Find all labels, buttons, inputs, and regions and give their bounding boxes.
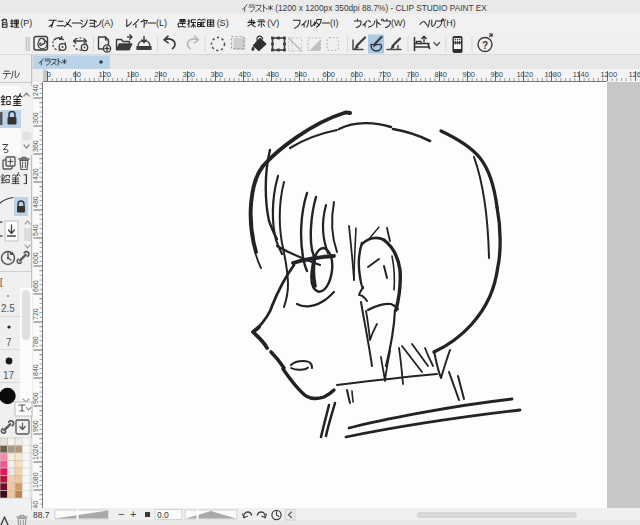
svg-text:360: 360 bbox=[32, 140, 39, 152]
svg-text:(1200 x 1200px 350dpi 88.7%): (1200 x 1200px 350dpi 88.7%) - CLIP STUD… bbox=[275, 3, 487, 13]
svg-text:1020: 1020 bbox=[32, 444, 39, 460]
svg-text:180: 180 bbox=[127, 70, 140, 79]
svg-text:660: 660 bbox=[351, 70, 364, 79]
svg-text:300: 300 bbox=[32, 112, 39, 124]
svg-text:(L): (L) bbox=[156, 18, 167, 28]
svg-text:1080: 1080 bbox=[544, 70, 561, 79]
svg-text:(H): (H) bbox=[443, 18, 456, 28]
svg-text:720: 720 bbox=[379, 70, 392, 79]
svg-text:300: 300 bbox=[183, 70, 196, 79]
svg-text:240: 240 bbox=[32, 84, 39, 96]
svg-text:(S): (S) bbox=[217, 18, 229, 28]
svg-text:720: 720 bbox=[32, 308, 39, 320]
svg-text:1200: 1200 bbox=[600, 70, 617, 79]
svg-text:0.0: 0.0 bbox=[157, 510, 169, 520]
svg-text:480: 480 bbox=[32, 196, 39, 208]
svg-text:960: 960 bbox=[491, 70, 504, 79]
svg-text:+: + bbox=[130, 508, 136, 520]
svg-text:2.5: 2.5 bbox=[1, 303, 15, 314]
svg-text:1260: 1260 bbox=[628, 70, 640, 79]
svg-text:900: 900 bbox=[32, 392, 39, 404]
svg-text:(W): (W) bbox=[391, 18, 406, 28]
svg-text:120: 120 bbox=[99, 70, 112, 79]
svg-text:(V): (V) bbox=[267, 18, 279, 28]
svg-text:660: 660 bbox=[32, 280, 39, 292]
svg-text:(P): (P) bbox=[20, 18, 32, 28]
svg-text:1080: 1080 bbox=[32, 472, 39, 488]
svg-text:360: 360 bbox=[211, 70, 224, 79]
svg-text:(I): (I) bbox=[330, 18, 339, 28]
svg-text:840: 840 bbox=[435, 70, 448, 79]
svg-text:0: 0 bbox=[47, 70, 51, 79]
svg-text:?: ? bbox=[482, 40, 488, 51]
svg-text:480: 480 bbox=[267, 70, 280, 79]
svg-text:540: 540 bbox=[295, 70, 308, 79]
svg-text:60: 60 bbox=[73, 70, 81, 79]
svg-text:240: 240 bbox=[155, 70, 168, 79]
svg-text:7: 7 bbox=[6, 337, 12, 348]
svg-text:540: 540 bbox=[32, 224, 39, 236]
svg-text:88.7: 88.7 bbox=[33, 510, 50, 520]
svg-text:17: 17 bbox=[3, 370, 15, 381]
svg-text:1020: 1020 bbox=[516, 70, 533, 79]
svg-text:840: 840 bbox=[32, 364, 39, 376]
svg-text:900: 900 bbox=[463, 70, 476, 79]
svg-text:600: 600 bbox=[323, 70, 336, 79]
svg-text:600: 600 bbox=[32, 252, 39, 264]
svg-text:780: 780 bbox=[407, 70, 420, 79]
svg-text:−: − bbox=[118, 508, 124, 520]
svg-text:420: 420 bbox=[239, 70, 252, 79]
svg-text:1140: 1140 bbox=[573, 70, 589, 79]
svg-text:960: 960 bbox=[32, 420, 39, 432]
svg-text:420: 420 bbox=[32, 168, 39, 180]
svg-text:(A): (A) bbox=[101, 18, 113, 28]
svg-text:780: 780 bbox=[32, 336, 39, 348]
